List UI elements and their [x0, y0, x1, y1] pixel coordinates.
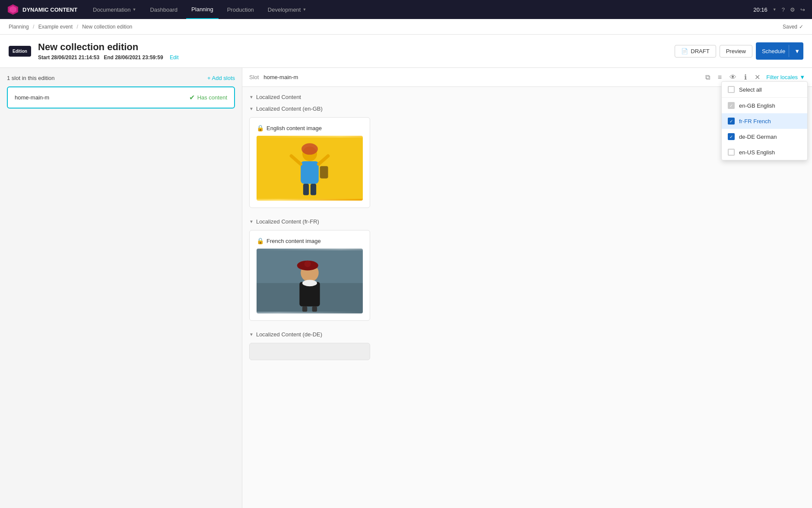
- preview-button[interactable]: Preview: [720, 45, 752, 58]
- content-card-de-de[interactable]: [249, 343, 370, 360]
- left-panel: 1 slot in this edition + Add slots home-…: [0, 68, 242, 508]
- end-label: End: [104, 54, 114, 61]
- dropdown-label-de-de: de-DE German: [739, 134, 777, 140]
- edition-badge: Edition: [9, 46, 31, 57]
- dropdown-label-en-gb: en-GB English: [739, 102, 775, 109]
- nav-development[interactable]: Development ▼: [263, 0, 312, 19]
- schedule-chevron-icon: ▼: [791, 48, 803, 54]
- subsection-header-fr-fr[interactable]: ▼ Localized Content (fr-FR): [249, 218, 805, 225]
- breadcrumb-sep: /: [76, 24, 78, 30]
- check-icon: ✓: [730, 134, 733, 139]
- check-icon: ✓: [730, 119, 733, 124]
- sub-chevron-icon: ▼: [249, 106, 254, 111]
- breadcrumb-bar: Planning / Example event / New collectio…: [0, 19, 812, 35]
- subsection-de-de: ▼ Localized Content (de-DE): [249, 331, 805, 360]
- english-content-image: [257, 136, 363, 201]
- dropdown-item-de-de[interactable]: ✓ de-DE German: [722, 129, 807, 144]
- section-label: Localized Content: [256, 94, 301, 100]
- nav-dashboard[interactable]: Dashboard: [145, 0, 183, 19]
- dropdown-item-select-all[interactable]: Select all: [722, 82, 807, 97]
- check-icon: ✓: [799, 24, 803, 30]
- dropdown-item-fr-fr[interactable]: ✓ fr-FR French: [722, 113, 807, 129]
- svg-rect-10: [311, 184, 316, 195]
- time-chevron-icon: ▼: [773, 7, 777, 12]
- page-title: New collection edition: [38, 42, 179, 53]
- document-icon: 📄: [681, 48, 688, 54]
- filter-locales-button[interactable]: Filter locales ▼: [766, 74, 805, 80]
- sub-chevron-icon: ▼: [249, 219, 254, 224]
- subsection-label-fr-fr: Localized Content (fr-FR): [256, 218, 319, 225]
- end-date: 28/06/2021 23:59:59: [115, 54, 163, 61]
- svg-rect-18: [302, 307, 307, 312]
- svg-point-17: [302, 280, 317, 286]
- nav-documentation[interactable]: Documentation ▼: [88, 0, 141, 19]
- content-card-fr-fr[interactable]: 🔒 French content image: [249, 230, 370, 321]
- subsection-header-de-de[interactable]: ▼ Localized Content (de-DE): [249, 331, 805, 338]
- header-actions: 📄 DRAFT Preview Schedule ▼: [675, 42, 803, 60]
- clock-display: 20:16: [753, 6, 768, 13]
- card-title-fr-fr: 🔒 French content image: [257, 237, 363, 244]
- start-date: 28/06/2021 21:14:53: [51, 54, 99, 61]
- subsection-label-en-gb: Localized Content (en-GB): [256, 105, 323, 112]
- french-image-svg: [257, 249, 363, 313]
- slot-count: 1 slot in this edition: [7, 75, 55, 81]
- checkbox-select-all: [728, 86, 735, 93]
- section-chevron-icon: ▼: [249, 95, 254, 99]
- checkbox-fr-fr: ✓: [728, 118, 735, 125]
- schedule-button[interactable]: Schedule ▼: [756, 42, 803, 60]
- sub-chevron-icon: ▼: [249, 332, 254, 337]
- svg-point-15: [304, 261, 311, 267]
- nav-production[interactable]: Production: [222, 0, 259, 19]
- app-name: DYNAMIC CONTENT: [22, 6, 77, 13]
- saved-label: Saved: [783, 24, 797, 30]
- french-content-image: [257, 249, 363, 313]
- main-layout: 1 slot in this edition + Add slots home-…: [0, 68, 812, 508]
- has-content-badge: ✔ Has content: [189, 93, 227, 102]
- chevron-down-icon: ▼: [302, 7, 306, 12]
- filter-chevron-icon: ▼: [799, 74, 805, 80]
- has-content-label: Has content: [197, 94, 227, 101]
- draft-button[interactable]: 📄 DRAFT: [675, 45, 716, 58]
- slot-header-title: Slot home-main-m: [249, 74, 298, 80]
- page-meta: Start 28/06/2021 21:14:53 End 28/06/2021…: [38, 54, 179, 61]
- card-title-en-gb: 🔒 English content image: [257, 125, 363, 131]
- settings-icon[interactable]: ⚙: [790, 6, 795, 13]
- dropdown-label-select-all: Select all: [739, 86, 762, 93]
- svg-point-4: [301, 143, 318, 154]
- slot-header-name: home-main-m: [263, 74, 298, 80]
- page-header: Edition New collection edition Start 28/…: [0, 35, 812, 68]
- breadcrumb-planning[interactable]: Planning: [9, 24, 29, 30]
- content-card-en-gb[interactable]: 🔒 English content image: [249, 117, 370, 208]
- add-slots-button[interactable]: + Add slots: [207, 75, 235, 81]
- check-circle-icon: ✔: [189, 93, 195, 102]
- checkbox-en-gb: ✓: [728, 102, 735, 109]
- top-nav: DYNAMIC CONTENT Documentation ▼ Dashboar…: [0, 0, 812, 19]
- breadcrumb: Planning / Example event / New collectio…: [9, 24, 132, 30]
- svg-rect-19: [312, 307, 317, 312]
- breadcrumb-event[interactable]: Example event: [38, 24, 73, 30]
- start-label: Start: [38, 54, 50, 61]
- checkbox-en-us: [728, 149, 735, 156]
- dropdown-label-fr-fr: fr-FR French: [739, 118, 771, 125]
- subsection-fr-fr: ▼ Localized Content (fr-FR) 🔒 French con…: [249, 218, 805, 321]
- svg-rect-5: [301, 161, 319, 184]
- breadcrumb-current: New collection edition: [82, 24, 132, 30]
- filter-dropdown: Select all ✓ en-GB English ✓ fr-FR Frenc…: [721, 81, 808, 160]
- slot-count-bar: 1 slot in this edition + Add slots: [7, 75, 235, 81]
- copy-icon[interactable]: ⧉: [704, 72, 712, 83]
- svg-rect-9: [303, 184, 309, 195]
- lock-icon: 🔒: [257, 237, 264, 244]
- nav-planning[interactable]: Planning: [186, 0, 219, 19]
- logout-icon[interactable]: ↪: [800, 6, 805, 13]
- subsection-label-de-de: Localized Content (de-DE): [256, 331, 322, 338]
- logo-icon: [7, 3, 19, 16]
- help-icon[interactable]: ?: [782, 6, 785, 13]
- header-title-group: New collection edition Start 28/06/2021 …: [38, 42, 179, 61]
- slot-card[interactable]: home-main-m ✔ Has content: [7, 86, 235, 109]
- edit-link[interactable]: Edit: [170, 54, 179, 61]
- dropdown-item-en-us[interactable]: en-US English: [722, 144, 807, 160]
- saved-indicator: Saved ✓: [783, 24, 803, 30]
- checkbox-de-de: ✓: [728, 133, 735, 140]
- english-image-svg: [257, 136, 363, 201]
- dropdown-item-en-gb[interactable]: ✓ en-GB English: [722, 98, 807, 113]
